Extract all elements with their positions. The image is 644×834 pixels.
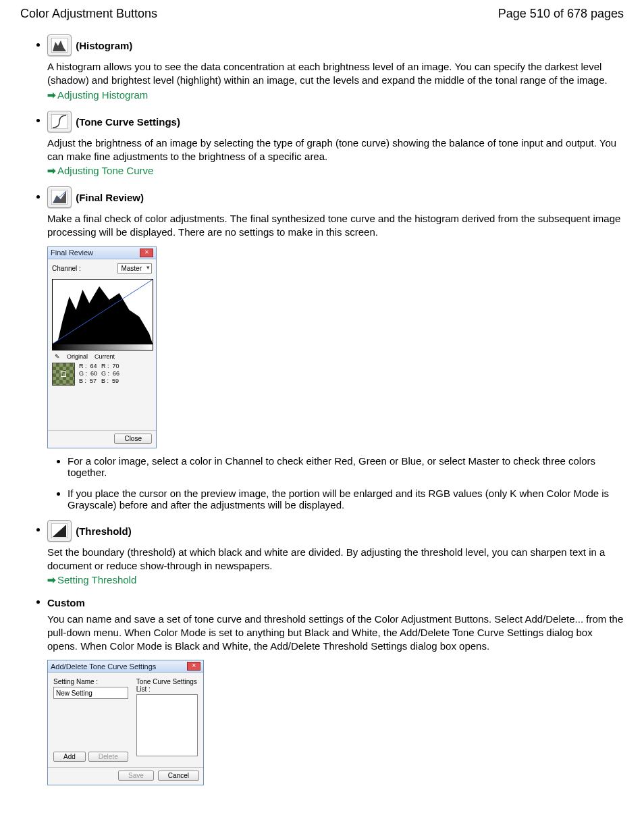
rgb-original: R : 64 G : 60 B : 57 [79, 363, 97, 386]
list-item-threshold: (Threshold) Set the boundary (threshold)… [47, 520, 624, 587]
list-item-final: (Final Review) Make a final check of col… [47, 186, 624, 511]
final-desc: Make a final check of color adjustments.… [47, 212, 624, 240]
add-delete-dialog: Add/Delete Tone Curve Settings ✕ Setting… [47, 660, 204, 785]
arrow-icon: ➡ [47, 89, 56, 101]
channel-select[interactable]: Master [117, 263, 152, 273]
setting-name-input[interactable]: New Setting [53, 687, 128, 699]
delete-button[interactable]: Delete [88, 752, 128, 762]
close-button[interactable]: Close [114, 434, 152, 444]
rgb-current: R : 70 G : 66 B : 59 [101, 363, 119, 386]
save-button[interactable]: Save [118, 771, 154, 781]
threshold-title: (Threshold) [76, 525, 132, 536]
original-label: Original [67, 353, 88, 360]
page-number: Page 510 of 678 pages [498, 7, 624, 21]
add-button[interactable]: Add [53, 752, 86, 762]
list-label: Tone Curve Settings List : [136, 678, 198, 693]
gradient-bar [52, 344, 153, 350]
histogram-desc: A histogram allows you to see the data c… [47, 60, 624, 88]
tone-curve-icon [47, 111, 72, 132]
close-icon[interactable]: ✕ [187, 662, 200, 671]
arrow-icon: ➡ [47, 574, 56, 585]
tonecurve-link[interactable]: ➡Adjusting Tone Curve [47, 165, 624, 177]
svg-marker-6 [53, 286, 153, 344]
preview-thumbnail [52, 363, 75, 386]
list-item-histogram: (Histogram) A histogram allows you to se… [47, 34, 624, 101]
list-item-custom: Custom You can name and save a set of to… [47, 596, 624, 785]
tonecurve-desc: Adjust the brightness of an image by sel… [47, 136, 624, 164]
final-sub2: If you place the cursor on the preview i… [68, 488, 624, 511]
final-title: (Final Review) [76, 192, 144, 203]
eyedropper-icon[interactable]: ✎ [55, 353, 60, 360]
settings-listbox[interactable] [136, 694, 198, 756]
custom-title: Custom [47, 597, 85, 608]
histogram-title: (Histogram) [76, 40, 132, 51]
final-review-icon [47, 186, 72, 208]
tonecurve-title: (Tone Curve Settings) [76, 115, 180, 127]
threshold-icon [47, 520, 72, 542]
cancel-button[interactable]: Cancel [158, 771, 199, 781]
dialog-title: Final Review [51, 249, 93, 257]
histogram-icon [47, 34, 72, 56]
custom-desc: You can name and save a set of tone curv… [47, 613, 624, 654]
current-label: Current [95, 353, 115, 360]
page-title: Color Adjustment Buttons [20, 7, 157, 21]
final-sub1: For a color image, select a color in Cha… [68, 455, 624, 478]
final-review-dialog: Final Review ✕ Channel : Master ✎ Or [47, 246, 157, 448]
histogram-link[interactable]: ➡Adjusting Histogram [47, 89, 624, 101]
channel-label: Channel : [52, 265, 81, 272]
dialog2-title: Add/Delete Tone Curve Settings [51, 662, 156, 671]
list-item-tonecurve: (Tone Curve Settings) Adjust the brightn… [47, 111, 624, 178]
threshold-desc: Set the boundary (threshold) at which bl… [47, 546, 624, 573]
threshold-link[interactable]: ➡Setting Threshold [47, 574, 624, 586]
histogram-preview [52, 279, 153, 344]
arrow-icon: ➡ [47, 165, 56, 176]
setting-name-label: Setting Name : [53, 678, 128, 685]
close-icon[interactable]: ✕ [140, 249, 153, 257]
